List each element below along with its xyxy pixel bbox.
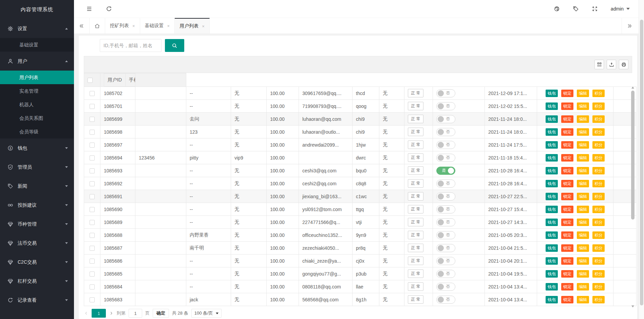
tab-item[interactable]: 挖矿列表 ×	[105, 18, 140, 34]
confirm-page-button[interactable]: 确定	[153, 309, 169, 318]
page-scrollbar[interactable]	[639, 0, 644, 319]
lock-button[interactable]: 锁定	[561, 115, 573, 123]
points-button[interactable]: 积分	[592, 128, 605, 136]
blind-box-toggle[interactable]: 否	[436, 154, 455, 162]
home-tab[interactable]	[90, 18, 105, 34]
points-button[interactable]: 积分	[592, 257, 605, 265]
row-checkbox[interactable]	[90, 207, 95, 212]
wallet-button[interactable]: 钱包	[546, 231, 558, 239]
points-button[interactable]: 积分	[592, 270, 605, 278]
wallet-button[interactable]: 钱包	[546, 128, 558, 136]
blind-box-toggle[interactable]: 否	[436, 102, 455, 110]
blind-box-toggle[interactable]: 否	[436, 283, 455, 291]
prev-page-button[interactable]	[84, 311, 89, 315]
wallet-button[interactable]: 钱包	[546, 141, 558, 149]
current-page[interactable]: 1	[92, 309, 106, 318]
lock-button[interactable]: 锁定	[561, 257, 573, 265]
lock-button[interactable]: 锁定	[561, 283, 573, 290]
theme-palette-icon[interactable]	[554, 6, 560, 12]
points-button[interactable]: 积分	[592, 180, 605, 187]
blind-box-toggle[interactable]: 否	[436, 231, 455, 239]
lock-button[interactable]: 锁定	[561, 206, 573, 213]
lock-button[interactable]: 锁定	[561, 128, 573, 136]
edit-button[interactable]: 编辑	[577, 180, 589, 187]
points-button[interactable]: 积分	[592, 102, 605, 110]
tabs-scroll-right[interactable]	[622, 18, 637, 34]
sidebar-subitem[interactable]: 机器人	[0, 98, 74, 111]
points-button[interactable]: 积分	[592, 244, 605, 252]
points-button[interactable]: 积分	[592, 193, 605, 200]
edit-button[interactable]: 编辑	[577, 296, 589, 303]
row-checkbox[interactable]	[90, 130, 95, 135]
blind-box-toggle[interactable]: 是	[436, 167, 455, 175]
scroll-down-icon[interactable]	[631, 305, 634, 307]
edit-button[interactable]: 编辑	[577, 141, 589, 149]
edit-button[interactable]: 编辑	[577, 102, 589, 110]
points-button[interactable]: 积分	[592, 115, 605, 123]
page-scrollbar-thumb[interactable]	[640, 20, 643, 305]
edit-button[interactable]: 编辑	[577, 154, 589, 162]
blind-box-toggle[interactable]: 否	[436, 115, 455, 123]
wallet-button[interactable]: 钱包	[546, 102, 558, 110]
blind-box-toggle[interactable]: 否	[436, 180, 455, 188]
page-size-select[interactable]: 100 条/页	[191, 309, 222, 318]
sidebar-item-settings[interactable]: 设置	[0, 19, 74, 38]
lock-button[interactable]: 锁定	[561, 141, 573, 149]
edit-button[interactable]: 编辑	[577, 128, 589, 136]
points-button[interactable]: 积分	[592, 167, 605, 174]
wallet-button[interactable]: 钱包	[546, 296, 558, 303]
edit-button[interactable]: 编辑	[577, 270, 589, 278]
sidebar-item-wallet[interactable]: $钱包	[0, 138, 74, 157]
blind-box-toggle[interactable]: 否	[436, 257, 455, 265]
wallet-button[interactable]: 钱包	[546, 257, 558, 265]
edit-button[interactable]: 编辑	[577, 90, 589, 97]
blind-box-toggle[interactable]: 否	[436, 244, 455, 252]
wallet-button[interactable]: 钱包	[546, 167, 558, 174]
row-checkbox[interactable]	[90, 168, 95, 173]
close-icon[interactable]: ×	[202, 24, 205, 29]
blind-box-toggle[interactable]: 否	[436, 128, 455, 136]
sidebar-item-feedback[interactable]: 投拆建议	[0, 195, 74, 214]
sidebar-subitem[interactable]: 实名管理	[0, 84, 74, 98]
refresh-icon[interactable]	[106, 6, 112, 12]
blind-box-toggle[interactable]: 否	[436, 89, 455, 97]
row-checkbox[interactable]	[90, 181, 95, 186]
points-button[interactable]: 积分	[592, 206, 605, 213]
admin-dropdown[interactable]: admin	[611, 6, 630, 12]
tag-icon[interactable]	[573, 6, 579, 12]
points-button[interactable]: 积分	[592, 141, 605, 149]
wallet-button[interactable]: 钱包	[546, 244, 558, 252]
columns-filter-button[interactable]	[594, 60, 604, 69]
sidebar-item-records[interactable]: 记录查看	[0, 290, 74, 309]
sidebar-item-admin[interactable]: 管理员	[0, 157, 74, 176]
export-button[interactable]	[607, 60, 616, 69]
blind-box-toggle[interactable]: 否	[436, 296, 455, 304]
lock-button[interactable]: 锁定	[561, 231, 573, 239]
edit-button[interactable]: 编辑	[577, 244, 589, 252]
lock-button[interactable]: 锁定	[561, 154, 573, 162]
lock-button[interactable]: 锁定	[561, 102, 573, 110]
edit-button[interactable]: 编辑	[577, 193, 589, 200]
table-scrollbar[interactable]	[630, 86, 635, 308]
blind-box-toggle[interactable]: 否	[436, 218, 455, 226]
select-all-checkbox[interactable]	[88, 78, 93, 83]
wallet-button[interactable]: 钱包	[546, 219, 558, 226]
row-checkbox[interactable]	[90, 233, 95, 238]
edit-button[interactable]: 编辑	[577, 167, 589, 174]
blind-box-toggle[interactable]: 否	[436, 192, 455, 201]
blind-box-toggle[interactable]: 否	[436, 270, 455, 278]
points-button[interactable]: 积分	[592, 283, 605, 290]
collapse-sidebar-icon[interactable]	[86, 6, 92, 12]
wallet-button[interactable]: 钱包	[546, 283, 558, 290]
row-checkbox[interactable]	[90, 297, 95, 302]
sidebar-subitem[interactable]: 会员等级	[0, 125, 74, 138]
edit-button[interactable]: 编辑	[577, 115, 589, 123]
search-button[interactable]	[165, 39, 184, 52]
row-checkbox[interactable]	[90, 143, 95, 148]
row-checkbox[interactable]	[90, 194, 95, 199]
points-button[interactable]: 积分	[592, 154, 605, 162]
lock-button[interactable]: 锁定	[561, 180, 573, 187]
row-checkbox[interactable]	[90, 220, 95, 225]
table-scrollbar-thumb[interactable]	[631, 91, 634, 220]
sidebar-item-fiat-trade[interactable]: 法币交易	[0, 233, 74, 252]
